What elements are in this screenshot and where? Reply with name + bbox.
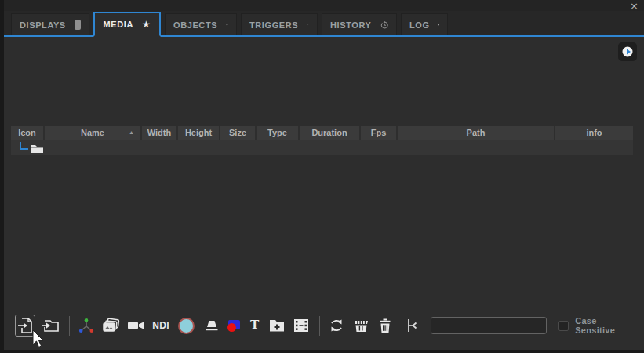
text-tool-button[interactable]: T <box>250 317 259 333</box>
ndi-source-button[interactable]: NDI <box>152 320 169 331</box>
shapes-icon <box>226 19 228 31</box>
column-header-path[interactable]: Path <box>398 126 555 140</box>
add-folder-button[interactable] <box>268 318 286 333</box>
axis-3d-button[interactable] <box>78 318 95 334</box>
document-icon <box>438 19 439 31</box>
tab-media[interactable]: MEDIA ★ <box>93 12 161 37</box>
column-label: Duration <box>311 128 347 137</box>
column-label: Path <box>467 128 486 137</box>
toolbar-separator <box>69 316 70 336</box>
column-label: Fps <box>371 128 387 137</box>
column-header-height[interactable]: Height <box>178 126 220 140</box>
tab-log-label: LOG <box>409 20 430 30</box>
tab-history-label: HISTORY <box>330 20 372 30</box>
tab-objects-label: OBJECTS <box>173 20 217 30</box>
image-stack-icon <box>102 318 120 334</box>
case-sensitive-checkbox[interactable] <box>558 321 569 331</box>
video-camera-icon <box>127 318 145 333</box>
screen-tool-button[interactable] <box>203 318 220 333</box>
column-header-size[interactable]: Size <box>220 126 257 140</box>
tab-triggers[interactable]: TRIGGERS <box>241 13 318 35</box>
media-toolbar: NDI T <box>15 315 638 337</box>
star-icon: ★ <box>142 20 151 29</box>
tab-displays-label: DISPLAYS <box>20 20 66 30</box>
pattern-red-dot <box>227 323 236 332</box>
import-file-icon <box>17 317 33 334</box>
collapse-tree-button[interactable] <box>405 317 419 334</box>
image-stack-button[interactable] <box>102 318 120 334</box>
tab-media-label: MEDIA <box>104 20 133 29</box>
media-table: Icon Name ▲ Width Height Size Type Durat… <box>11 126 633 155</box>
table-header: Icon Name ▲ Width Height Size Type Durat… <box>11 126 633 140</box>
column-header-icon[interactable]: Icon <box>11 126 45 140</box>
trash-icon <box>377 318 393 333</box>
column-header-name[interactable]: Name ▲ <box>45 126 142 140</box>
column-label: Height <box>185 128 212 137</box>
film-strip-button[interactable] <box>293 318 310 333</box>
media-panel-window: × DISPLAYS MEDIA ★ OBJECTS TRIGGERS HI <box>4 0 644 350</box>
circle-tool-button[interactable] <box>178 318 195 334</box>
history-icon <box>380 19 389 31</box>
toolbar-separator <box>319 316 320 336</box>
refresh-button[interactable] <box>328 318 345 333</box>
search-input[interactable] <box>431 317 547 334</box>
mouse-cursor <box>32 330 45 349</box>
collapse-tree-icon <box>405 317 419 334</box>
screen-tool-icon <box>203 318 220 333</box>
case-sensitive-label: Case Sensitive <box>575 316 638 335</box>
add-folder-icon <box>268 318 286 333</box>
tab-displays[interactable]: DISPLAYS <box>11 13 89 35</box>
tab-history[interactable]: HISTORY <box>322 13 397 35</box>
column-label: Size <box>229 128 246 137</box>
refresh-icon <box>328 318 345 333</box>
column-label: Type <box>267 128 287 137</box>
video-camera-button[interactable] <box>127 318 145 333</box>
step-function-icon <box>307 19 309 31</box>
tab-objects[interactable]: OBJECTS <box>165 13 237 35</box>
table-row-root-folder[interactable] <box>11 140 633 155</box>
sort-ascending-icon: ▲ <box>129 129 134 136</box>
column-label: Width <box>147 128 171 137</box>
delete-button[interactable] <box>377 318 393 333</box>
axis-3d-icon <box>78 318 95 334</box>
column-header-duration[interactable]: Duration <box>300 126 361 140</box>
half-circle-play-icon <box>621 45 634 58</box>
film-strip-icon <box>293 318 310 333</box>
tab-log[interactable]: LOG <box>401 13 448 35</box>
dumpster-button[interactable] <box>352 318 370 333</box>
column-label: Name <box>81 128 104 137</box>
column-label: info <box>586 128 602 137</box>
tree-branch-icon <box>20 142 28 150</box>
pattern-tool-button[interactable] <box>227 320 241 332</box>
column-header-width[interactable]: Width <box>142 126 178 140</box>
column-label: Icon <box>18 128 36 137</box>
dumpster-icon <box>352 318 370 333</box>
column-header-fps[interactable]: Fps <box>361 126 398 140</box>
column-header-type[interactable]: Type <box>257 126 300 140</box>
folder-icon <box>31 144 44 154</box>
panel-toggle-button[interactable] <box>618 42 637 61</box>
column-header-info[interactable]: info <box>555 126 633 140</box>
tab-triggers-label: TRIGGERS <box>249 20 298 30</box>
display-icon <box>75 20 81 30</box>
close-icon[interactable]: × <box>630 1 639 11</box>
tab-bar: DISPLAYS MEDIA ★ OBJECTS TRIGGERS HISTOR… <box>4 11 644 37</box>
titlebar: × <box>4 0 644 11</box>
